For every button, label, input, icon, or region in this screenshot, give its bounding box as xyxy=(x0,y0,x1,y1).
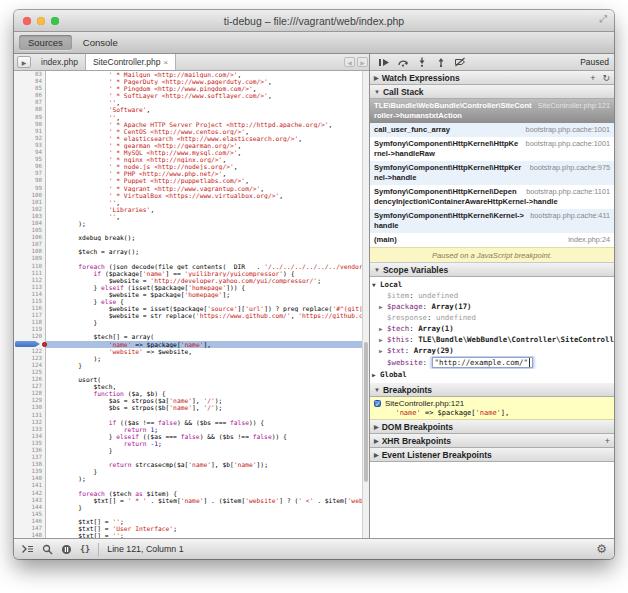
code-line[interactable]: 120 $tech[] = array( xyxy=(14,333,369,340)
code-line-text[interactable]: foreach (json_decode(file_get_contents(_… xyxy=(46,263,369,270)
code-line[interactable]: 140 ); xyxy=(14,475,369,482)
breakpoint-entry[interactable]: ✓ SiteController.php:121 'name' => $pack… xyxy=(370,397,614,420)
gutter-line-number[interactable]: 114 xyxy=(14,291,46,298)
code-line[interactable]: 131 xyxy=(14,412,369,419)
code-line[interactable]: 138 return strcasecmp($a['name'], $b['na… xyxy=(14,461,369,468)
code-line[interactable]: 108 $tech = array(); xyxy=(14,248,369,255)
code-line[interactable]: 103 '', xyxy=(14,213,369,220)
code-line-text[interactable]: 'Software', xyxy=(46,106,369,113)
code-line-text[interactable]: return strcasecmp($a['name'], $b['name']… xyxy=(46,461,369,468)
gutter-line-number[interactable]: 118 xyxy=(14,319,46,326)
gutter-line-number[interactable]: 98 xyxy=(14,177,46,184)
code-line-text[interactable]: '', xyxy=(46,213,369,220)
code-line[interactable]: 123 ); xyxy=(14,355,369,362)
code-line-text[interactable]: ' * Vagrant <http://www.vagrantup.com/>'… xyxy=(46,185,369,192)
gutter-line-number[interactable]: 83 xyxy=(14,71,46,78)
code-line-text[interactable]: $website = str_replace('https://www.gith… xyxy=(46,312,369,319)
gutter-line-number[interactable]: 86 xyxy=(14,92,46,99)
code-line-text[interactable]: return -1; xyxy=(46,440,369,447)
code-line-text[interactable] xyxy=(46,326,369,333)
code-line[interactable]: 129 $as = strpos($a['name'], '/'); xyxy=(14,397,369,404)
close-tab-icon[interactable]: × xyxy=(163,58,168,67)
fullscreen-icon[interactable]: ⤢ xyxy=(599,14,607,24)
gutter-line-number[interactable]: 93 xyxy=(14,142,46,149)
code-line[interactable]: 113 } elseif (isset($package['homepage']… xyxy=(14,284,369,291)
chevron-right-icon[interactable]: ▶ xyxy=(379,336,383,343)
code-line[interactable]: 128 function ($a, $b) { xyxy=(14,390,369,397)
code-line-text[interactable] xyxy=(46,454,369,461)
gutter-line-number[interactable]: 99 xyxy=(14,185,46,192)
code-line-text[interactable]: $tech = array(); xyxy=(46,248,369,255)
zoom-window-icon[interactable] xyxy=(51,17,59,25)
gutter-line-number[interactable]: 105 xyxy=(14,227,46,234)
deactivate-breakpoints-icon[interactable] xyxy=(451,56,468,69)
search-icon[interactable] xyxy=(42,544,53,555)
code-line[interactable]: 99 ' * Vagrant <http://www.vagrantup.com… xyxy=(14,185,369,192)
code-line[interactable]: 126 usort( xyxy=(14,376,369,383)
call-stack-frame[interactable]: bootstrap.php.cache:1101Symfony\Componen… xyxy=(370,185,614,209)
code-line-text[interactable]: ' * nginx <http://nginx.org/>', xyxy=(46,156,369,163)
code-line[interactable]: 112 $website = 'http://developer.yahoo.c… xyxy=(14,277,369,284)
gutter-line-number[interactable]: 122 xyxy=(14,348,46,355)
call-stack-frame[interactable]: bootstrap.php.cache:1001Symfony\Componen… xyxy=(370,137,614,161)
call-stack-frame[interactable]: bootstrap.php.cache:1001call_user_func_a… xyxy=(370,123,614,137)
step-into-icon[interactable] xyxy=(413,56,430,69)
code-line[interactable]: 136 } xyxy=(14,447,369,454)
gutter-line-number[interactable]: 129 xyxy=(14,397,46,404)
code-line[interactable]: 119 xyxy=(14,326,369,333)
gutter-line-number[interactable]: 103 xyxy=(14,213,46,220)
code-line[interactable]: 105 xyxy=(14,227,369,234)
gutter-line-number[interactable]: 132 xyxy=(14,419,46,426)
gutter-line-number[interactable]: 102 xyxy=(14,206,46,213)
code-line-text[interactable]: ' * elasticsearch <http://www.elasticsea… xyxy=(46,135,369,142)
gutter-line-number[interactable]: 138 xyxy=(14,461,46,468)
code-line-text[interactable]: ' * Apache HTTP Server Project <http://h… xyxy=(46,121,369,128)
code-line-text[interactable]: $txt[] = ''; xyxy=(46,532,369,538)
code-line-text[interactable] xyxy=(46,482,369,489)
code-line-text[interactable]: $as = strpos($a['name'], '/'); xyxy=(46,397,369,404)
breakpoint-checkbox[interactable]: ✓ xyxy=(374,400,381,407)
code-line[interactable]: 148 $txt[] = ''; xyxy=(14,532,369,538)
settings-gear-icon[interactable]: ⚙ xyxy=(596,542,607,556)
gutter-line-number[interactable]: 116 xyxy=(14,305,46,312)
code-line[interactable]: 89 '', xyxy=(14,114,369,121)
gutter-line-number[interactable]: 106 xyxy=(14,234,46,241)
code-line-text[interactable]: ' * Mailgun <http://mailgun.com/>', xyxy=(46,71,369,78)
code-line[interactable]: 125 xyxy=(14,369,369,376)
variable-value-editor[interactable]: "http://example.com/" xyxy=(432,357,533,368)
code-line[interactable]: 91 ' * CentOS <http://www.centos.org/>', xyxy=(14,128,369,135)
code-line-text[interactable]: return 1; xyxy=(46,426,369,433)
code-line[interactable]: 95 ' * nginx <http://nginx.org/>', xyxy=(14,156,369,163)
code-line-text[interactable]: ); xyxy=(46,475,369,482)
code-line[interactable]: 118 } xyxy=(14,319,369,326)
code-line-text[interactable] xyxy=(46,511,369,518)
section-dom-breakpoints[interactable]: ▶ DOM Breakpoints xyxy=(370,420,614,434)
code-line-text[interactable]: $website = isset($package['source']['url… xyxy=(46,305,369,312)
code-line-text[interactable]: ' * VirtualBox <https://www.virtualbox.o… xyxy=(46,192,369,199)
code-line[interactable]: 142 foreach ($tech as $item) { xyxy=(14,490,369,497)
code-line-text[interactable]: ' * SoftLayer <http://www.softlayer.com/… xyxy=(46,92,369,99)
code-line-text[interactable]: ' * PagerDuty <http://www.pagerduty.com/… xyxy=(46,78,369,85)
code-line[interactable]: 115 } else { xyxy=(14,298,369,305)
code-line[interactable]: 116 $website = isset($package['source'][… xyxy=(14,305,369,312)
refresh-watch-icon[interactable]: ↻ xyxy=(602,73,610,83)
code-line-text[interactable]: } elseif (isset($package['homepage'])) { xyxy=(46,284,369,291)
code-line-text[interactable]: '', xyxy=(46,99,369,106)
gutter-line-number[interactable]: 139 xyxy=(14,468,46,475)
code-line[interactable]: 133 return 1; xyxy=(14,426,369,433)
section-scope-variables[interactable]: ▼ Scope Variables xyxy=(370,263,614,277)
code-line-text[interactable]: '', xyxy=(46,199,369,206)
gutter-line-number[interactable]: 121 xyxy=(14,341,46,348)
code-line[interactable]: 96 ' * node.js <http://nodejs.org/>', xyxy=(14,163,369,170)
gutter-line-number[interactable]: 143 xyxy=(14,497,46,504)
section-watch-expressions[interactable]: ▶ Watch Expressions + ↻ xyxy=(370,71,614,85)
gutter-line-number[interactable]: 85 xyxy=(14,85,46,92)
gutter-line-number[interactable]: 147 xyxy=(14,525,46,532)
add-watch-icon[interactable]: + xyxy=(590,73,595,83)
code-line-text[interactable]: ' * Pingdom <http://www.pingdom.com/>', xyxy=(46,85,369,92)
gutter-line-number[interactable]: 137 xyxy=(14,454,46,461)
code-line-text[interactable]: } xyxy=(46,319,369,326)
code-line-text[interactable]: xdebug_break(); xyxy=(46,234,369,241)
gutter-line-number[interactable]: 117 xyxy=(14,312,46,319)
code-line[interactable]: 117 $website = str_replace('https://www.… xyxy=(14,312,369,319)
